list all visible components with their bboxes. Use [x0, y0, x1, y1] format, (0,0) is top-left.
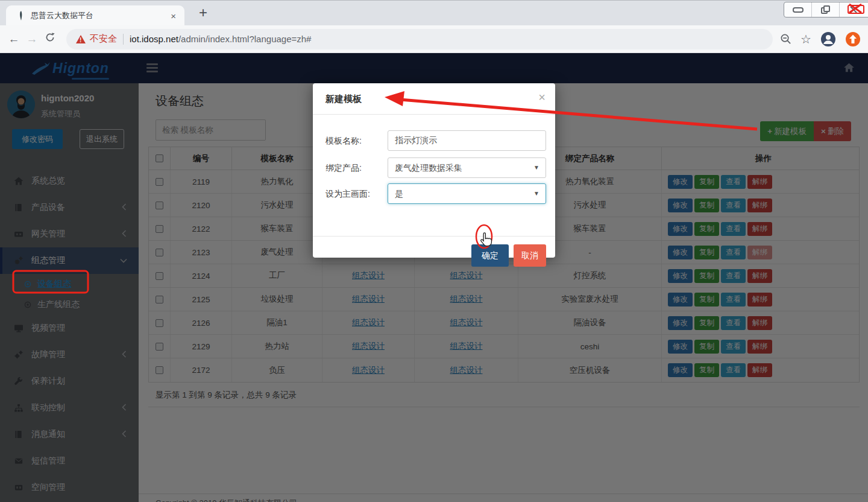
tab-close-icon[interactable]: × [168, 11, 178, 21]
close-window-button[interactable] [840, 2, 867, 17]
minimize-icon [793, 7, 804, 13]
ok-button[interactable]: 确定 [471, 244, 509, 267]
profile-avatar-icon[interactable] [820, 31, 836, 47]
favicon-icon [17, 11, 25, 21]
main-screen-label: 设为主画面: [326, 183, 370, 204]
browser-toolbar: ← → ! 不安全 iot.idosp.net/admin/index.html… [0, 25, 868, 53]
minimize-button[interactable] [784, 2, 812, 17]
template-name-label: 模板名称: [326, 130, 362, 151]
browser-tab-strip: 思普云大数据平台 × + [0, 0, 868, 25]
url-divider [123, 34, 124, 45]
modal-header: 新建模板 × [313, 83, 555, 115]
modal-body: 模板名称: 绑定产品: 废气处理数据采集 ▼ 设为主画面: 是 ▼ [313, 130, 555, 236]
template-name-input[interactable] [388, 130, 546, 151]
screen: 思普云大数据平台 × + ← → ! 不安全 iot.idosp.net/adm… [0, 0, 868, 502]
forward-button[interactable]: → [23, 33, 41, 46]
main-screen-select[interactable]: 是 ▼ [388, 183, 546, 204]
url-path: /admin/index.html?language=zh# [178, 34, 312, 44]
browser-tab[interactable]: 思普云大数据平台 × [6, 5, 184, 26]
modal-close-icon[interactable]: × [538, 91, 546, 103]
dropdown-arrow-icon: ▼ [533, 184, 539, 203]
url-host: iot.idosp.net [130, 34, 178, 44]
not-secure-label: 不安全 [90, 33, 117, 45]
cancel-button[interactable]: 取消 [514, 244, 546, 267]
close-window-icon [849, 5, 858, 14]
dropdown-arrow-icon: ▼ [533, 158, 539, 177]
bind-product-label: 绑定产品: [326, 157, 362, 178]
modal-title: 新建模板 [326, 94, 362, 105]
modal-footer: 确定 取消 [313, 236, 555, 273]
extension-icon[interactable] [845, 31, 861, 47]
address-bar[interactable]: ! 不安全 iot.idosp.net/admin/index.html?lan… [66, 29, 773, 49]
zoom-out-icon[interactable] [780, 33, 791, 45]
restore-icon [821, 5, 831, 14]
restore-button[interactable] [812, 2, 840, 17]
new-tab-button[interactable]: + [194, 3, 212, 22]
reload-button[interactable] [41, 32, 59, 46]
warning-triangle-icon: ! [76, 35, 86, 43]
reload-icon [45, 32, 55, 43]
bookmark-star-icon[interactable]: ☆ [800, 33, 811, 45]
back-button[interactable]: ← [5, 33, 23, 46]
tab-title: 思普云大数据平台 [31, 10, 168, 21]
bind-product-select[interactable]: 废气处理数据采集 ▼ [388, 157, 546, 178]
window-controls [784, 2, 868, 17]
new-template-modal: 新建模板 × 模板名称: 绑定产品: 废气处理数据采集 ▼ 设为主画面: 是 ▼ [313, 83, 555, 258]
